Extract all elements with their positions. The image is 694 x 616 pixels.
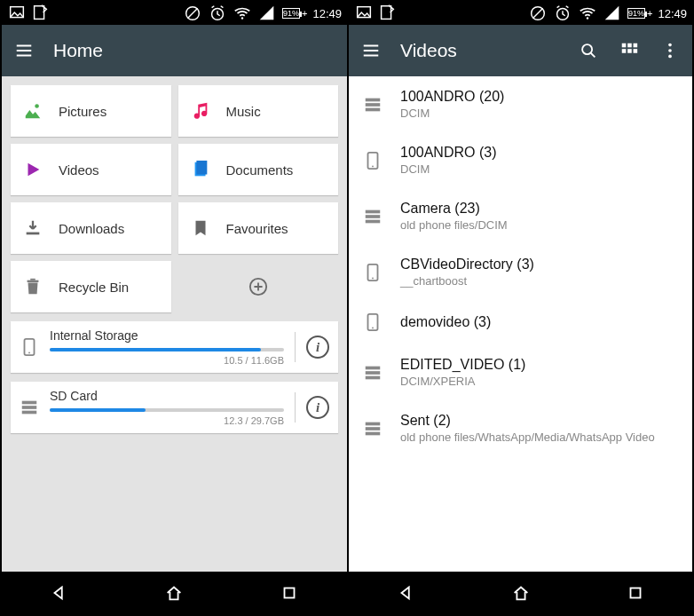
more-button[interactable] <box>660 41 680 60</box>
list-item[interactable]: Sent (2)old phone files/WhatsApp/Media/W… <box>349 400 692 456</box>
download-icon <box>23 218 43 238</box>
signal-icon <box>603 4 622 23</box>
info-button[interactable]: i <box>306 396 329 419</box>
tile-label: Recycle Bin <box>59 280 129 295</box>
nav-recent-button[interactable] <box>280 583 299 603</box>
tile-label: Music <box>226 104 261 119</box>
list-item[interactable]: 100ANDRO (3)DCIM <box>349 132 692 188</box>
pictures-icon <box>23 101 43 121</box>
storage-bar <box>50 408 284 412</box>
tile-music[interactable]: Music <box>178 85 339 137</box>
item-path: old phone files/WhatsApp/Media/WhatsApp … <box>400 430 655 444</box>
tile-documents[interactable]: Documents <box>178 144 339 195</box>
trash-icon <box>23 277 43 296</box>
plus-circle-icon <box>248 277 268 296</box>
signal-icon <box>257 4 277 23</box>
item-path: __chartboost <box>400 274 534 288</box>
phone-home: 91%+ 12:49 Home Pictures Music Videos <box>2 2 347 614</box>
appbar-home: Home <box>2 25 347 76</box>
music-icon <box>191 101 210 121</box>
list-item[interactable]: Camera (23)old phone files/DCIM <box>349 188 692 244</box>
phone-icon <box>363 151 382 170</box>
item-name: CBVideoDirectory (3) <box>400 257 534 272</box>
appbar-videos: Videos <box>349 25 692 76</box>
item-name: Sent (2) <box>400 413 655 429</box>
home-content: Pictures Music Videos Documents Download… <box>2 76 347 572</box>
clock: 12:49 <box>312 7 342 20</box>
hamburger-icon[interactable] <box>361 41 381 60</box>
nav-home-button[interactable] <box>164 583 184 603</box>
tile-label: Videos <box>59 162 99 178</box>
nav-back-button[interactable] <box>50 583 69 603</box>
nav-home-button[interactable] <box>511 583 531 603</box>
wifi-icon <box>233 4 252 23</box>
clock: 12:49 <box>658 7 687 20</box>
page-title: Home <box>53 40 103 61</box>
list-item[interactable]: 100ANDRO (20)DCIM <box>349 76 692 132</box>
storage-icon <box>20 398 39 417</box>
item-name: Camera (23) <box>400 201 508 217</box>
phone-icon <box>20 337 39 357</box>
battery-indicator: 91%+ <box>282 8 307 19</box>
battery-percent: 91% <box>282 8 300 19</box>
item-name: demovideo (3) <box>400 314 491 330</box>
storage-icon <box>363 363 382 383</box>
no-disturb-icon <box>528 4 548 23</box>
phone-icon <box>363 312 382 332</box>
storage-size: 10.5 / 11.6GB <box>50 355 284 366</box>
storage-icon <box>363 207 382 226</box>
list-item[interactable]: EDITED_VIDEO (1)DCIM/XPERIA <box>349 344 692 400</box>
item-path: DCIM <box>400 107 504 120</box>
item-name: 100ANDRO (20) <box>400 89 504 105</box>
hamburger-icon[interactable] <box>14 41 34 60</box>
notif-image-icon <box>7 4 27 23</box>
battery-percent: 91% <box>627 8 645 19</box>
storage-sdcard[interactable]: SD Card 12.3 / 29.7GB i <box>11 382 338 433</box>
tile-pictures[interactable]: Pictures <box>11 85 171 137</box>
storage-bar <box>50 348 284 351</box>
play-icon <box>23 160 43 179</box>
phone-videos: 91%+ 12:49 Videos 100ANDRO (20)DCIM100AN… <box>347 2 692 614</box>
view-grid-button[interactable] <box>619 41 639 60</box>
item-name: 100ANDRO (3) <box>400 145 496 161</box>
nav-recent-button[interactable] <box>626 583 645 603</box>
search-button[interactable] <box>579 41 598 60</box>
list-item[interactable]: CBVideoDirectory (3)__chartboost <box>349 244 692 300</box>
storage-internal[interactable]: Internal Storage 10.5 / 11.6GB i <box>11 321 338 373</box>
storage-icon <box>363 95 382 115</box>
tile-favourites[interactable]: Favourites <box>178 202 339 254</box>
battery-indicator: 91%+ <box>627 8 652 19</box>
tile-add[interactable] <box>178 261 339 312</box>
navbar <box>2 572 347 614</box>
storage-size: 12.3 / 29.7GB <box>50 415 284 426</box>
info-button[interactable]: i <box>306 336 329 359</box>
item-path: DCIM <box>400 162 496 176</box>
tile-downloads[interactable]: Downloads <box>11 202 171 254</box>
status-bar: 91%+ 12:49 <box>349 2 692 25</box>
bookmark-icon <box>191 218 210 238</box>
storage-label: SD Card <box>50 389 284 403</box>
notif-image-icon <box>354 4 374 23</box>
notif-edit-icon <box>30 4 50 23</box>
navbar <box>349 572 692 614</box>
tile-videos[interactable]: Videos <box>11 144 171 195</box>
status-bar: 91%+ 12:49 <box>2 2 347 25</box>
nav-back-button[interactable] <box>397 583 416 603</box>
wifi-icon <box>578 4 597 23</box>
storage-icon <box>363 419 382 438</box>
tile-label: Favourites <box>226 221 288 236</box>
alarm-icon <box>553 4 572 23</box>
tile-recycle-bin[interactable]: Recycle Bin <box>11 261 171 312</box>
videos-list: 100ANDRO (20)DCIM100ANDRO (3)DCIMCamera … <box>349 76 692 572</box>
page-title: Videos <box>400 40 457 61</box>
no-disturb-icon <box>183 4 202 23</box>
alarm-icon <box>208 4 227 23</box>
storage-label: Internal Storage <box>50 328 284 343</box>
list-item[interactable]: demovideo (3) <box>349 300 692 344</box>
item-path: DCIM/XPERIA <box>400 375 525 388</box>
tile-label: Downloads <box>59 221 124 236</box>
documents-icon <box>191 160 210 179</box>
notif-edit-icon <box>377 4 397 23</box>
item-name: EDITED_VIDEO (1) <box>400 357 525 373</box>
item-path: old phone files/DCIM <box>400 218 508 232</box>
